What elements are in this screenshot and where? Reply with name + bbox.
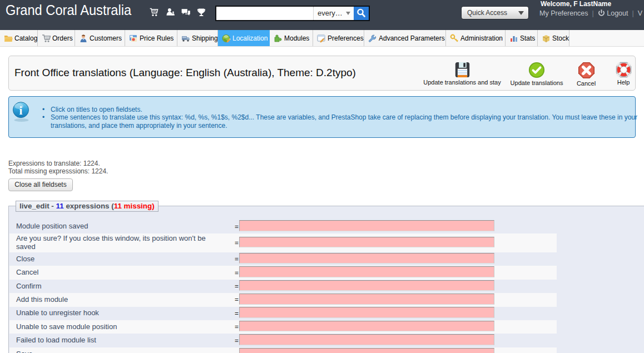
svg-text:i: i bbox=[19, 104, 23, 117]
